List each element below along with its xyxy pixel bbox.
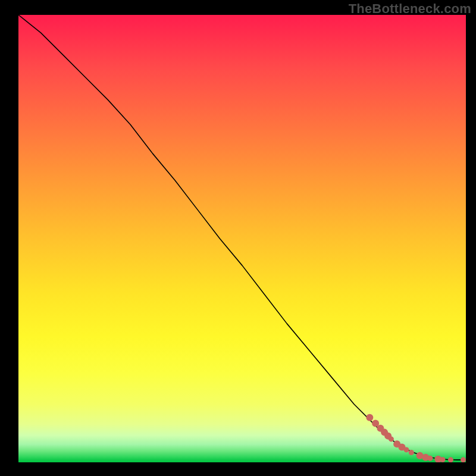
bottleneck-curve	[18, 15, 466, 460]
chart-overlay	[18, 15, 466, 462]
data-point	[403, 447, 409, 452]
chart-frame: TheBottleneck.com	[0, 0, 476, 476]
data-point	[366, 414, 373, 421]
watermark-label: TheBottleneck.com	[349, 1, 471, 17]
marker-layer	[366, 414, 466, 462]
data-point	[440, 457, 445, 462]
plot-area	[18, 15, 466, 462]
data-point	[427, 456, 433, 461]
data-point	[448, 457, 453, 462]
data-point	[461, 457, 466, 462]
data-point	[389, 436, 394, 441]
data-point	[409, 450, 414, 455]
